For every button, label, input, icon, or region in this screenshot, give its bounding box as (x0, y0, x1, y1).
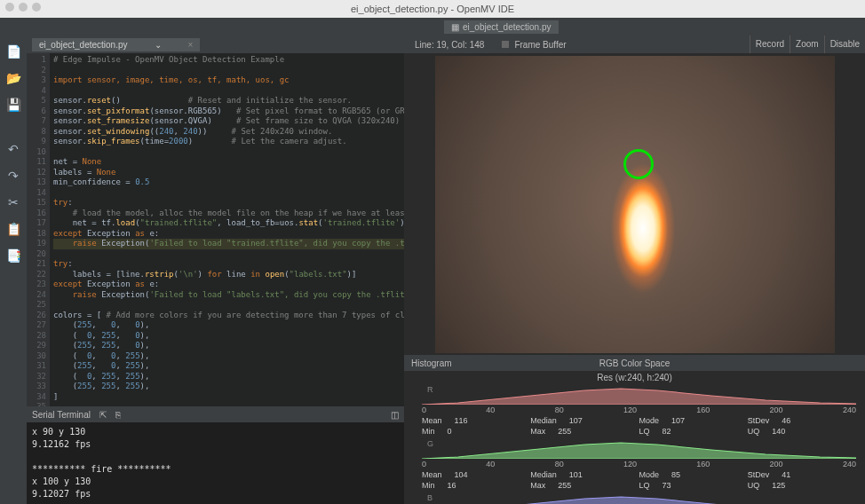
histogram-channel-B: B 04080120160200240 (422, 493, 856, 504)
editor-tab-filename: ei_object_detection.py (39, 40, 128, 50)
editor-tab[interactable]: ei_object_detection.py ⌄ × (32, 38, 200, 51)
editor-tab-dropdown-icon[interactable]: ⌄ (155, 40, 162, 50)
redo-icon[interactable]: ↷ (4, 167, 22, 185)
terminal-tool2-icon[interactable]: ⎘ (115, 410, 121, 420)
undo-icon[interactable]: ↶ (4, 140, 22, 158)
histogram-area: R 04080120160200240 Mean116Median107Mode… (404, 385, 865, 504)
window-controls (5, 3, 41, 12)
serial-terminal[interactable]: x 90 y 1309.12162 fps ********** fire **… (27, 422, 404, 504)
copy-icon[interactable]: 📋 (4, 220, 22, 238)
disable-button[interactable]: Disable (824, 35, 865, 53)
cut-icon[interactable]: ✂ (4, 193, 22, 211)
cursor-position: Line: 19, Col: 148 (404, 35, 495, 53)
new-file-icon[interactable]: 📄 (4, 43, 22, 60)
terminal-split-icon[interactable]: ◫ (391, 410, 399, 420)
open-file-icon[interactable]: 📂 (4, 69, 22, 87)
line-gutter: 1234567891011121314151617181920212223242… (27, 53, 50, 406)
save-icon[interactable]: 💾 (4, 96, 22, 114)
right-header: Line: 19, Col: 148 Frame Buffer Record Z… (404, 35, 865, 53)
editor-tab-close-icon[interactable]: × (188, 40, 194, 50)
colorspace-select[interactable]: RGB Color Space (599, 358, 670, 368)
frame-buffer-view[interactable] (404, 53, 865, 355)
histogram-channel-G: G 04080120160200240 Mean104Median101Mode… (422, 439, 856, 492)
histogram-plot-G: G (422, 439, 856, 459)
left-toolbar: 📄 📂 💾 ↶ ↷ ✂ 📋 📑 (0, 35, 27, 504)
zoom-button[interactable]: Zoom (790, 35, 824, 53)
histogram-plot-R: R (422, 385, 856, 405)
close-window-icon[interactable] (5, 3, 14, 12)
minimize-window-icon[interactable] (19, 3, 28, 12)
histogram-header: Histogram RGB Color Space (404, 355, 865, 371)
histogram-channel-R: R 04080120160200240 Mean116Median107Mode… (422, 385, 856, 437)
window-title: ei_object_detection.py - OpenMV IDE (0, 0, 865, 18)
histogram-ticks: 04080120160200240 (422, 459, 856, 470)
code-area[interactable]: # Edge Impulse - OpenMV Object Detection… (50, 53, 404, 406)
detection-circle-icon (623, 149, 654, 179)
terminal-header[interactable]: Serial Terminal ⇱ ⎘ ◫ (27, 406, 404, 422)
maximize-window-icon[interactable] (32, 3, 41, 12)
paste-icon[interactable]: 📑 (4, 247, 22, 264)
terminal-title: Serial Terminal (32, 410, 91, 420)
resolution-label: Res (w:240, h:240) (404, 371, 865, 385)
document-tab-label: ei_object_detection.py (463, 22, 552, 32)
histogram-title: Histogram (411, 358, 452, 368)
open-documents-bar: ▦ ei_object_detection.py (0, 18, 865, 35)
camera-preview (435, 56, 835, 353)
document-tab-icon: ▦ (451, 22, 459, 32)
document-tab[interactable]: ▦ ei_object_detection.py (444, 20, 559, 34)
histogram-ticks: 04080120160200240 (422, 405, 856, 416)
code-editor[interactable]: 1234567891011121314151617181920212223242… (27, 53, 404, 406)
editor-tabbar: ei_object_detection.py ⌄ × (27, 35, 404, 53)
histogram-plot-B: B (422, 493, 856, 504)
record-button[interactable]: Record (750, 35, 790, 53)
terminal-tool-icon[interactable]: ⇱ (99, 410, 107, 420)
frame-buffer-label: Frame Buffer (495, 40, 573, 50)
